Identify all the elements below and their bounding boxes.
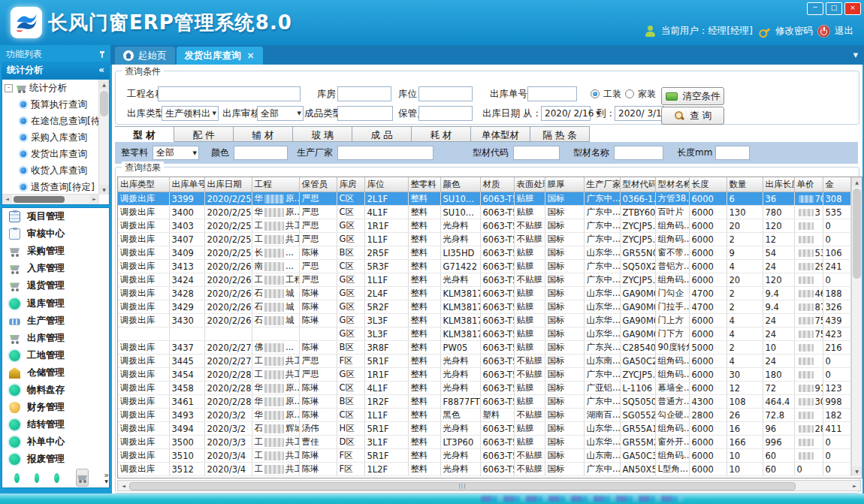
tree-vertical-scrollbar[interactable]: ▲ ▼ [98, 80, 109, 195]
clear-conditions-button[interactable]: 清空条件 [661, 87, 724, 105]
column-header[interactable]: 出库日期 [204, 177, 252, 192]
column-header[interactable]: 单价 [794, 177, 823, 192]
pin-icon[interactable] [99, 51, 105, 58]
table-row[interactable]: 调拨出库34582020/2/28华原...陈琳C区4L1F整料光身料6063-… [118, 382, 850, 395]
module-cart-button[interactable] [76, 469, 89, 487]
scroll-down-icon[interactable]: ▼ [99, 185, 109, 195]
tab-home[interactable]: 起始页 [115, 47, 175, 65]
sidebar-module[interactable]: 退货管理 [2, 277, 109, 294]
table-row[interactable]: 调拨出库34002020/2/25华原...严思C区4L1F整料SU10...6… [118, 206, 850, 219]
scroll-up-icon[interactable]: ▲ [99, 80, 109, 89]
tree-item[interactable]: 发货出库查询 [2, 146, 99, 162]
table-row[interactable]: 调拨出库34542020/2/28工共工程严思G区1R1F整料光身料6063-T… [118, 368, 850, 382]
column-header[interactable]: 数量 [727, 177, 763, 192]
tree-item[interactable]: 退货查询[待定] [2, 179, 99, 195]
table-row[interactable]: 调拨出库34612020/2/28华原...陈琳B区1R2F整料F8877FT6… [118, 395, 850, 409]
column-header[interactable]: 工程 [252, 177, 299, 192]
column-header[interactable]: 膜厚 [545, 177, 584, 192]
table-row[interactable]: 调拨出库34302020/2/26石城陈琳G区3L3F整料KLM38176063… [118, 314, 850, 327]
location-input[interactable] [418, 86, 473, 101]
table-row[interactable]: 调拨出库34292020/2/26石城陈琳G区5R2F整料KLM38176063… [118, 300, 850, 314]
column-header[interactable]: 金 [823, 177, 850, 192]
material-tab[interactable]: 配 件 [174, 126, 234, 142]
close-button[interactable]: × [844, 2, 861, 15]
sidebar-module[interactable]: 工地管理 [2, 347, 109, 364]
tree-root[interactable]: - 统计分析 [2, 80, 99, 96]
scroll-right-icon[interactable]: ► [89, 195, 99, 204]
sidebar-module[interactable]: 项目管理 [2, 208, 109, 225]
column-header[interactable]: 长度 [689, 177, 727, 192]
table-row[interactable]: 调拨出库34932020/3/2华原...陈琳C区1L1F整料黑色塑料不贴膜国标… [118, 409, 850, 422]
sidebar-module[interactable]: 出库管理 [2, 330, 109, 347]
module-circle-icon[interactable] [14, 473, 20, 483]
material-tab[interactable]: 辅 材 [234, 126, 293, 142]
column-header[interactable]: 型材代码 [620, 177, 655, 192]
sidebar-module[interactable]: 审核中心 [2, 225, 109, 243]
manufacturer-input[interactable] [337, 146, 434, 160]
profile-name-input[interactable] [614, 146, 663, 160]
scroll-right-icon[interactable]: ► [850, 481, 859, 490]
table-row[interactable]: 调拨出库34242020/2/26工工程严思G区1L1F整料光身料6063-T5… [118, 273, 850, 287]
maximize-button[interactable]: □ [826, 2, 842, 15]
column-header[interactable]: 库房 [337, 177, 364, 192]
date-from-picker[interactable]: 2020/ 2/16▼ [541, 106, 591, 121]
table-row[interactable]: 调拨出库33992020/2/25华原...严思C区2L1F整料SU10...6… [118, 192, 850, 206]
tree-item[interactable]: 预算执行查询 [2, 96, 99, 113]
material-tab[interactable]: 型 材 [115, 126, 174, 142]
table-row[interactable]: 调拨出库34072020/2/25工共工程严思G区1L1F整料光身料6063-T… [118, 233, 850, 246]
table-row[interactable]: 调拨出库35002020/3/3工共工程曹佳D区3L1F整料LT3P606063… [118, 436, 850, 449]
length-input[interactable] [715, 146, 750, 160]
sidebar-module[interactable]: 补单中心 [2, 433, 109, 451]
scroll-thumb[interactable] [853, 189, 861, 279]
column-header[interactable]: 出库长度 [763, 177, 794, 192]
module-circle-icon[interactable] [35, 473, 40, 483]
sidebar-module[interactable]: 生产管理 [2, 312, 109, 330]
material-tab[interactable]: 隔 热 条 [530, 126, 590, 142]
material-tab[interactable]: 耗 材 [412, 126, 471, 142]
scroll-up-icon[interactable]: ▲ [852, 177, 862, 187]
scroll-thumb[interactable] [14, 196, 65, 203]
radio-unselected-icon[interactable] [625, 89, 634, 98]
scroll-down-icon[interactable]: ▼ [852, 466, 862, 476]
color-input[interactable] [234, 146, 288, 160]
change-password-link[interactable]: 修改密码 [775, 25, 813, 38]
table-row[interactable]: 调拨出库35102020/3/4工共工程陈琳F区5R1F整料光身料6063-T5… [118, 449, 850, 463]
toolbar-overflow-icon[interactable]: » ▼ [104, 472, 109, 484]
column-header[interactable]: 表面处理 [514, 177, 545, 192]
grid-horizontal-scrollbar[interactable]: ◄ ||| ► [117, 480, 861, 491]
audit-select[interactable]: 全部▼ [257, 106, 304, 121]
table-row[interactable]: 调拨出库35122020/3/4工共工程陈琳F区1L2F整料光身料6063-T5… [118, 463, 850, 476]
table-row[interactable]: 调拨出库34372020/2/27佛...陈琳B区3R8F整料PW056063-… [118, 341, 850, 355]
sidebar-section-header[interactable]: 统计分析 « [2, 62, 110, 79]
table-row[interactable]: 调拨出库34032020/2/25工共工程严思G区1R1F整料光身料6063-T… [118, 219, 850, 233]
sidebar-module[interactable]: 物料盘存 [2, 382, 109, 399]
tree-horizontal-scrollbar[interactable]: ◄ ► [2, 194, 99, 204]
column-header[interactable]: 出库单号 [169, 177, 204, 192]
project-name-input[interactable] [158, 86, 301, 101]
module-circle-icon[interactable] [54, 473, 59, 483]
table-row[interactable]: 调拨出库34132020/2/26南...严思C区5R3F整料G71422606… [118, 260, 850, 273]
scroll-left-icon[interactable]: ◄ [119, 481, 128, 490]
scroll-thumb[interactable]: ||| [129, 482, 796, 490]
sidebar-module[interactable]: 结转管理 [2, 416, 109, 433]
radio-jiazhuang[interactable]: 家装 [625, 86, 656, 101]
column-header[interactable]: 整零料 [408, 177, 440, 192]
sidebar-module[interactable]: 财务管理 [2, 399, 109, 416]
column-header[interactable]: 颜色 [440, 177, 480, 192]
order-no-input[interactable] [527, 86, 577, 101]
tree-item[interactable]: 收货入库查询 [2, 162, 99, 179]
radio-selected-icon[interactable] [591, 89, 600, 98]
tab-list-dropdown-icon[interactable]: ▼ [853, 52, 858, 59]
scroll-thumb[interactable] [100, 91, 108, 116]
table-row[interactable]: 调拨出库34942020/3/2石辉城汤伟H区5R1F整料光身料6063-T5贴… [118, 422, 850, 436]
column-header[interactable]: 材质 [480, 177, 514, 192]
column-header[interactable]: 保管员 [299, 177, 337, 192]
tab-close-icon[interactable]: × [247, 50, 255, 61]
search-button[interactable]: 查 询 [661, 107, 724, 125]
tree-item[interactable]: 采购入库查询 [2, 129, 99, 146]
product-type-input[interactable] [337, 106, 393, 121]
table-row[interactable]: 调拨出库34452020/2/27工共工程严思F区5R1F整料光身料6063-T… [118, 355, 850, 368]
date-to-picker[interactable]: 2020/ 3/16▼ [615, 106, 664, 121]
material-tab[interactable]: 成 品 [352, 126, 412, 142]
table-row[interactable]: G区3L3F整料KLM38176063-T5贴膜国标山东华...GA90M09.… [118, 327, 850, 341]
